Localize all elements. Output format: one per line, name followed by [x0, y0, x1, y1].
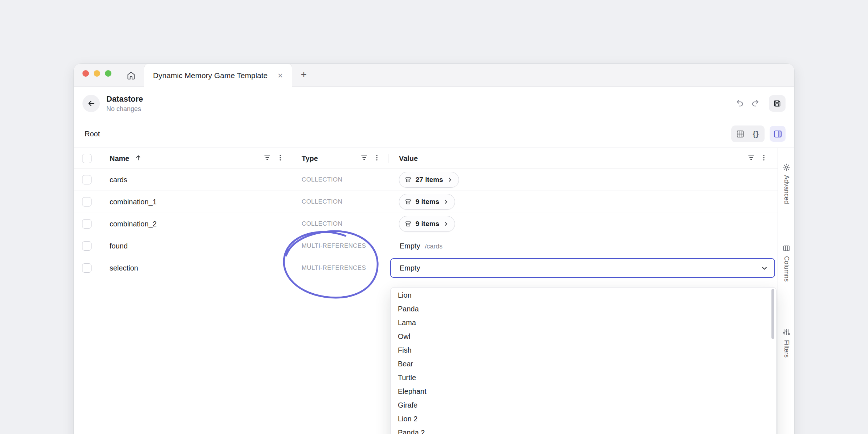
row-type: MULTI-REFERENCES [302, 264, 366, 272]
row-checkbox[interactable] [82, 263, 92, 273]
type-menu-icon[interactable] [373, 154, 381, 163]
row-checkbox[interactable] [82, 241, 92, 251]
filters-icon [782, 328, 791, 336]
dropdown-option[interactable]: Panda [391, 302, 776, 316]
value-path: /cards [425, 243, 443, 250]
chevron-right-icon [443, 199, 449, 205]
sidebar-item-columns[interactable]: Columns [778, 244, 794, 282]
table-row[interactable]: selection MULTI-REFERENCES Empty [74, 257, 778, 279]
row-value: 9 items [390, 194, 776, 210]
type-filter-icon[interactable] [360, 154, 368, 163]
dropdown-option[interactable]: Lion 2 [391, 412, 776, 426]
name-filter-icon[interactable] [263, 154, 271, 163]
table-view-button[interactable] [732, 127, 748, 141]
sort-ascending-icon[interactable] [135, 154, 142, 163]
value-menu-icon[interactable] [760, 154, 768, 163]
dropdown-scrollbar[interactable] [771, 289, 774, 339]
window-controls [82, 70, 111, 77]
table-row[interactable]: combination_2 COLLECTION 9 items [74, 213, 778, 235]
value-label: Empty [400, 264, 420, 272]
collection-pill-button[interactable]: 9 items [399, 216, 455, 232]
view-mode-toggle: {} [731, 125, 765, 142]
archive-box-icon [405, 221, 412, 227]
dropdown-option[interactable]: Turtle [391, 371, 776, 384]
page-header: Datastore No changes [74, 87, 794, 120]
screen: Dynamic Memory Game Template × + Datasto… [0, 0, 868, 434]
redo-icon [751, 98, 761, 109]
dropdown-option[interactable]: Lama [391, 316, 776, 329]
column-header-type[interactable]: Type [302, 154, 318, 162]
app-window: Dynamic Memory Game Template × + Datasto… [74, 64, 794, 434]
row-name: combination_1 [110, 198, 157, 206]
dropdown-option[interactable]: Elephant [391, 384, 776, 398]
breadcrumb[interactable]: Root [85, 130, 100, 138]
close-window-button[interactable] [82, 70, 89, 77]
row-value: Empty [390, 258, 776, 278]
column-header-name[interactable]: Name [110, 154, 129, 162]
value-label: 9 items [416, 198, 439, 206]
row-name: found [110, 242, 128, 250]
minimize-window-button[interactable] [94, 70, 100, 77]
side-panel-icon [773, 129, 783, 139]
home-button[interactable] [126, 70, 136, 80]
undo-icon [734, 98, 744, 109]
back-button[interactable] [82, 95, 100, 112]
row-value: Empty /cards [390, 242, 776, 250]
tab-active[interactable]: Dynamic Memory Game Template × [144, 64, 292, 87]
redo-button[interactable] [749, 96, 763, 111]
home-icon [126, 71, 136, 80]
row-checkbox[interactable] [82, 175, 92, 184]
row-type: COLLECTION [302, 220, 342, 227]
tab-close-icon[interactable]: × [275, 71, 285, 81]
table-body: cards COLLECTION 27 items combination_1 … [74, 169, 778, 279]
right-sidebar: Advanced Columns Filters [778, 148, 794, 434]
collection-pill-button[interactable]: 27 items [399, 172, 459, 188]
save-icon [773, 99, 782, 108]
name-menu-icon[interactable] [276, 154, 284, 163]
table-header-row: Name Type Value [74, 148, 778, 169]
row-name: cards [110, 176, 127, 184]
table-grid-icon [736, 129, 745, 139]
arrow-left-icon [86, 99, 96, 108]
dropdown-option[interactable]: Owl [391, 329, 776, 343]
value-select[interactable]: Empty [390, 258, 775, 278]
sidebar-item-advanced[interactable]: Advanced [778, 163, 794, 204]
value-label: 27 items [416, 176, 443, 184]
column-divider [292, 154, 292, 163]
table-row[interactable]: combination_1 COLLECTION 9 items [74, 191, 778, 213]
column-header-value[interactable]: Value [399, 154, 418, 162]
page-subtitle: No changes [106, 105, 143, 113]
row-checkbox[interactable] [82, 219, 92, 229]
tab-bar: Dynamic Memory Game Template × + [74, 64, 794, 87]
dropdown-option[interactable]: Girafe [391, 398, 776, 412]
title-block: Datastore No changes [106, 94, 143, 113]
new-tab-button[interactable]: + [299, 69, 309, 82]
maximize-window-button[interactable] [105, 70, 111, 77]
page-title: Datastore [106, 94, 143, 104]
chevron-right-icon [443, 221, 449, 227]
save-button[interactable] [769, 95, 786, 112]
tab-title: Dynamic Memory Game Template [153, 71, 275, 80]
dropdown-option[interactable]: Bear [391, 357, 776, 371]
table-row[interactable]: cards COLLECTION 27 items [74, 169, 778, 191]
json-view-button[interactable]: {} [748, 127, 763, 141]
value-filter-icon[interactable] [747, 154, 755, 163]
table-row[interactable]: found MULTI-REFERENCES Empty /cards [74, 235, 778, 257]
side-panel-toggle-button[interactable] [770, 126, 786, 142]
dropdown-option[interactable]: Panda 2 [391, 426, 776, 434]
gear-icon [782, 163, 791, 171]
row-checkbox[interactable] [82, 197, 92, 207]
value-label: 9 items [416, 220, 439, 228]
breadcrumb-bar: Root {} [74, 120, 794, 148]
archive-box-icon [405, 199, 412, 205]
braces-icon: {} [753, 130, 759, 138]
undo-button[interactable] [732, 96, 746, 111]
reference-value[interactable]: Empty /cards [400, 242, 443, 250]
row-name: selection [110, 264, 138, 272]
select-all-checkbox[interactable] [82, 154, 92, 163]
dropdown-option[interactable]: Lion [391, 288, 776, 302]
sidebar-item-filters[interactable]: Filters [778, 328, 794, 358]
dropdown-list: LionPandaLamaOwlFishBearTurtleElephantGi… [391, 288, 776, 434]
collection-pill-button[interactable]: 9 items [399, 194, 455, 210]
dropdown-option[interactable]: Fish [391, 343, 776, 357]
